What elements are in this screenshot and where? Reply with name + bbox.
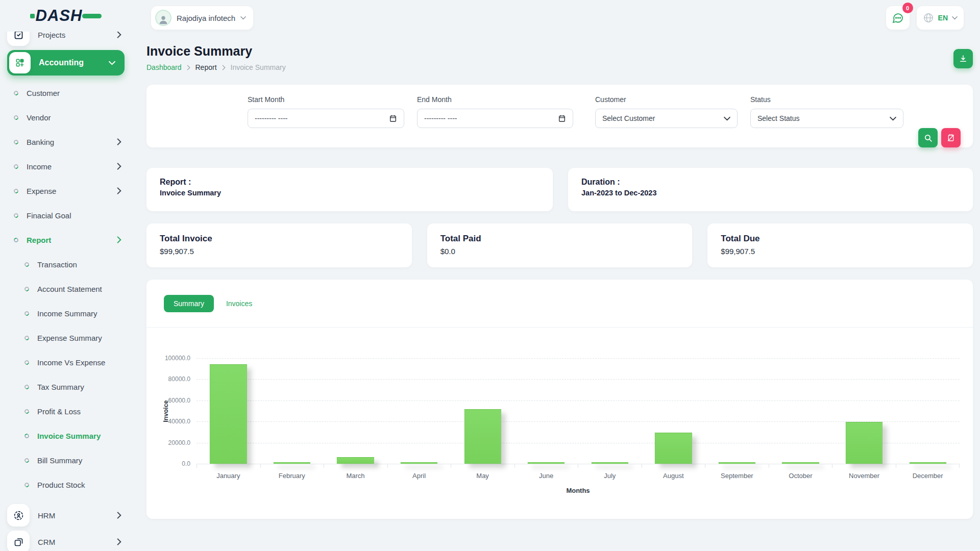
bar-june[interactable] [528,462,565,464]
bar-october[interactable] [782,462,819,464]
sidebar-item-crm[interactable]: CRM [7,529,125,551]
status-select[interactable]: Select Status [750,109,903,128]
sidebar-item-accounting[interactable]: Accounting [7,50,125,76]
bullet-icon [23,310,30,316]
bars-layer [197,358,960,464]
sidebar-item-expense-summary[interactable]: Expense Summary [7,325,125,350]
sidebar-bottom-items: HRMCRM [7,502,125,551]
totals-row: Total Invoice$99,907.5Total Paid$0.0Tota… [146,223,973,267]
bar-slot-may [451,358,514,464]
bar-january[interactable] [210,364,247,464]
chevron-right-icon [117,163,121,170]
customer-label: Customer [595,95,738,104]
x-tick-label-april: April [387,472,451,480]
tab-summary[interactable]: Summary [164,295,214,312]
crm-icon [7,531,30,551]
customer-select[interactable]: Select Customer [595,109,738,128]
bullet-icon [23,261,30,267]
end-month-label: End Month [417,95,573,104]
x-tick-label-december: December [896,472,960,480]
sidebar-item-label: Profit & Loss [37,407,125,416]
bar-november[interactable] [846,422,883,464]
sidebar-item-account-statement[interactable]: Account Statement [7,277,125,301]
brand-logo: DASH [0,0,132,32]
start-month-input[interactable]: --------- ---- [248,109,404,128]
sidebar-item-label: Transaction [37,260,125,269]
duration-label: Duration : [581,178,960,187]
sidebar-item-label: Income Summary [37,309,125,318]
apply-filter-button[interactable] [918,128,938,147]
breadcrumb-item-report[interactable]: Report [195,63,217,71]
sidebar-item-banking[interactable]: Banking [7,130,125,154]
sidebar-item-label: Banking [27,138,109,146]
sidebar-item-label: Report [27,236,109,244]
breadcrumb-item-dashboard[interactable]: Dashboard [146,63,182,71]
bar-september[interactable] [719,462,755,464]
company-selector[interactable]: Rajodiya infotech [151,6,253,30]
main-area: Rajodiya infotech 0 EN Invoice Summary D… [132,0,980,551]
messages-button[interactable]: 0 [886,6,910,30]
language-code: EN [938,14,948,22]
globe-icon [923,12,934,23]
sidebar-item-vendor[interactable]: Vendor [7,105,125,130]
sidebar-item-bill-summary[interactable]: Bill Summary [7,448,125,472]
calendar-icon [558,114,566,122]
bar-february[interactable] [274,462,310,464]
sidebar-item-hrm[interactable]: HRM [7,502,125,529]
end-month-field: End Month --------- ---- [417,95,573,147]
y-tick-label: 100000.0 [165,355,190,362]
report-submenu: TransactionAccount StatementIncome Summa… [7,252,125,497]
total-card-total-paid: Total Paid$0.0 [427,223,693,267]
sidebar-item-transaction[interactable]: Transaction [7,252,125,277]
bullet-icon [23,457,30,463]
end-month-input[interactable]: --------- ---- [417,109,573,128]
sidebar-item-label: Income Vs Expense [37,358,125,367]
language-selector[interactable]: EN [917,6,964,30]
search-icon [924,134,933,142]
duration-card: Duration : Jan-2023 to Dec-2023 [568,168,973,211]
x-tickmark [324,464,387,468]
bar-march[interactable] [337,457,374,464]
sidebar-item-product-stock[interactable]: Product Stock [7,472,125,497]
sidebar-item-finacial-goal[interactable]: Finacial Goal [7,203,125,228]
tab-invoices[interactable]: Invoices [219,295,259,312]
sidebar-item-expense[interactable]: Expense [7,179,125,203]
bar-july[interactable] [592,462,628,464]
sidebar: DASH Projects Accounting CustomerVendorB… [0,0,132,551]
x-tick-label-january: January [197,472,260,480]
bullet-icon [13,139,19,145]
bullet-icon [23,408,30,414]
bar-august[interactable] [655,433,692,464]
sidebar-item-invoice-summary[interactable]: Invoice Summary [7,423,125,448]
sidebar-item-income[interactable]: Income [7,154,125,179]
chevron-down-icon [109,61,115,65]
chart-card: Summary Invoices Invoice 0.020000.040000… [146,280,973,519]
sidebar-item-projects[interactable]: Projects [7,32,125,47]
bar-may[interactable] [464,409,501,464]
total-label: Total Paid [440,234,679,244]
sidebar-menu: Projects Accounting CustomerVendorBankin… [0,32,132,551]
company-name: Rajodiya infotech [177,14,235,22]
download-button[interactable] [953,49,973,68]
report-info-row: Report : Invoice Summary Duration : Jan-… [146,168,973,211]
sidebar-item-income-summary[interactable]: Income Summary [7,301,125,325]
accounting-grid-icon [9,52,31,73]
bar-april[interactable] [401,462,437,464]
customer-field: Customer Select Customer [595,95,738,147]
sidebar-item-tax-summary[interactable]: Tax Summary [7,374,125,399]
reset-icon [947,134,955,142]
sidebar-item-customer[interactable]: Customer [7,81,125,105]
x-tickmark [578,464,642,468]
bar-slot-july [578,358,642,464]
sidebar-item-label: Vendor [27,113,125,122]
sidebar-item-income-vs-expense[interactable]: Income Vs Expense [7,350,125,374]
x-tickmark [769,464,832,468]
bar-december[interactable] [910,462,946,464]
sidebar-item-label: Customer [27,89,125,97]
reset-filter-button[interactable] [941,128,961,147]
sidebar-item-report[interactable]: Report [7,228,125,252]
total-card-total-due: Total Due$99,907.5 [707,223,973,267]
sidebar-item-profit-loss[interactable]: Profit & Loss [7,399,125,423]
y-tick-label: 20000.0 [168,439,190,446]
report-value: Invoice Summary [160,189,540,197]
